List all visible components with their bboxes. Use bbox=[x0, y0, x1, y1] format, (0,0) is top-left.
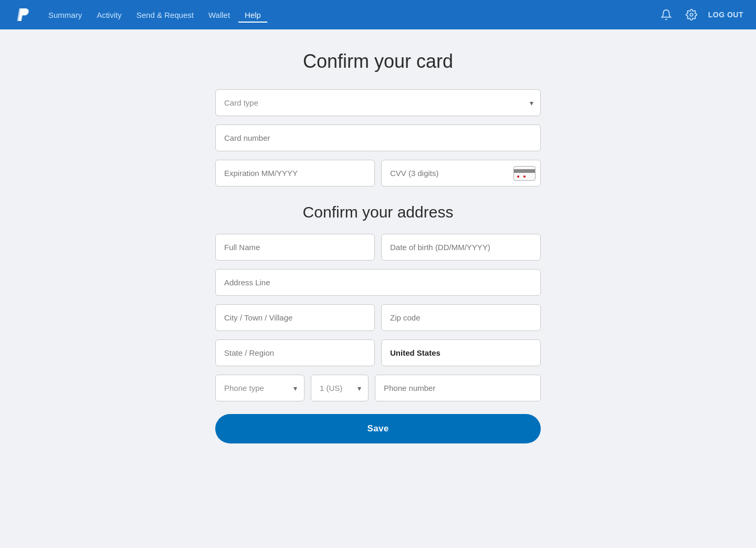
address-line-input[interactable] bbox=[215, 269, 541, 296]
country-input[interactable] bbox=[381, 339, 541, 366]
card-section-title: Confirm your card bbox=[215, 50, 541, 73]
expiry-cvv-row bbox=[215, 160, 541, 187]
cvv-input[interactable] bbox=[381, 160, 541, 187]
card-number-field bbox=[215, 125, 541, 151]
navbar: Summary Activity Send & Request Wallet H… bbox=[0, 0, 756, 29]
state-input[interactable] bbox=[215, 339, 375, 366]
nav-help[interactable]: Help bbox=[238, 7, 267, 23]
notification-icon[interactable] bbox=[658, 6, 675, 23]
phone-number-input[interactable] bbox=[375, 375, 541, 401]
name-dob-row bbox=[215, 234, 541, 261]
logout-button[interactable]: LOG OUT bbox=[708, 11, 743, 19]
phone-type-select[interactable]: Phone type Mobile Home Work bbox=[215, 375, 304, 401]
phone-code-select[interactable]: 1 (US) 44 (UK) 91 (IN) 61 (AU) bbox=[311, 375, 369, 401]
phone-type-field: Phone type Mobile Home Work ▾ bbox=[215, 375, 304, 401]
card-form: Card type Visa Mastercard American Expre… bbox=[215, 89, 541, 443]
phone-number-field bbox=[375, 375, 541, 401]
nav-right: LOG OUT bbox=[658, 6, 743, 23]
address-line-field bbox=[215, 269, 541, 296]
nav-summary[interactable]: Summary bbox=[42, 7, 88, 23]
save-button[interactable]: Save bbox=[215, 414, 541, 443]
card-type-field: Card type Visa Mastercard American Expre… bbox=[215, 89, 541, 116]
phone-row: Phone type Mobile Home Work ▾ 1 (US) 44 … bbox=[215, 375, 541, 401]
nav-send-request[interactable]: Send & Request bbox=[130, 7, 200, 23]
nav-activity[interactable]: Activity bbox=[90, 7, 128, 23]
dob-input[interactable] bbox=[381, 234, 541, 261]
main-content: Confirm your card Card type Visa Masterc… bbox=[205, 29, 551, 475]
address-section-title: Confirm your address bbox=[215, 203, 541, 221]
card-number-input[interactable] bbox=[215, 125, 541, 151]
country-field bbox=[381, 339, 541, 366]
state-country-row bbox=[215, 339, 541, 366]
svg-point-0 bbox=[690, 13, 693, 16]
city-input[interactable] bbox=[215, 304, 375, 331]
settings-icon[interactable] bbox=[683, 6, 700, 23]
nav-wallet[interactable]: Wallet bbox=[202, 7, 236, 23]
cvv-field bbox=[381, 160, 541, 187]
paypal-logo[interactable] bbox=[13, 4, 34, 25]
card-type-select[interactable]: Card type Visa Mastercard American Expre… bbox=[215, 89, 541, 116]
city-field bbox=[215, 304, 375, 331]
full-name-field bbox=[215, 234, 375, 261]
expiration-input[interactable] bbox=[215, 160, 375, 187]
zip-input[interactable] bbox=[381, 304, 541, 331]
phone-code-field: 1 (US) 44 (UK) 91 (IN) 61 (AU) ▾ bbox=[311, 375, 369, 401]
zip-field bbox=[381, 304, 541, 331]
state-field bbox=[215, 339, 375, 366]
dob-field bbox=[381, 234, 541, 261]
city-zip-row bbox=[215, 304, 541, 331]
expiration-field bbox=[215, 160, 375, 187]
full-name-input[interactable] bbox=[215, 234, 375, 261]
nav-links: Summary Activity Send & Request Wallet H… bbox=[42, 7, 658, 23]
